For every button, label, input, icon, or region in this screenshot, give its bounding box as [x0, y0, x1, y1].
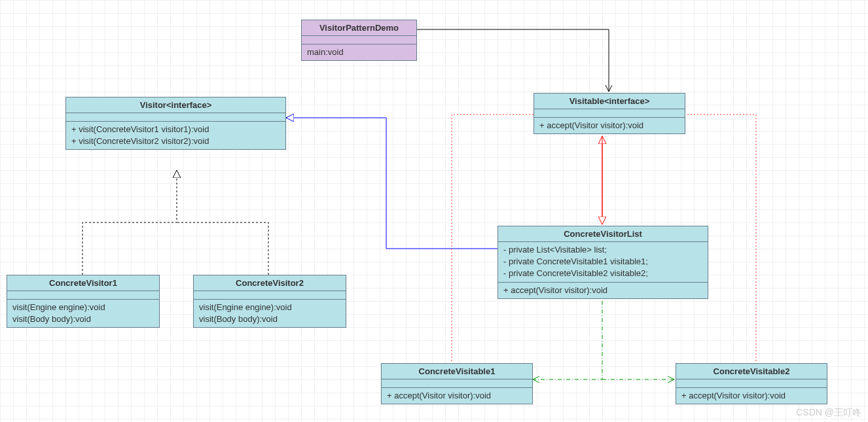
class-method: + accept(Visitor visitor):void [534, 118, 685, 133]
class-method: + accept(Visitor visitor):void [498, 283, 708, 298]
class-title: ConcreteVisitor2 [194, 275, 346, 291]
class-title: Visitor<interface> [66, 97, 285, 113]
class-visitor-pattern-demo: VisitorPatternDemo main:void [301, 20, 417, 61]
class-visitor: Visitor<interface> + visit(ConcreteVisit… [65, 97, 286, 150]
class-method: + visit(ConcreteVisitor1 visitor1):void [71, 124, 280, 135]
class-field: - private ConcreteVisitable2 visitable2; [503, 268, 702, 279]
class-title: VisitorPatternDemo [302, 20, 416, 36]
class-title: ConcreteVisitor1 [7, 275, 159, 291]
class-method: + visit(ConcreteVisitor2 visitor2):void [71, 135, 280, 147]
class-visitable: Visitable<interface> + accept(Visitor vi… [533, 93, 685, 134]
class-title: ConcreteVisitorList [498, 226, 708, 242]
class-title: ConcreteVisitable1 [382, 364, 532, 379]
class-title: Visitable<interface> [534, 94, 685, 109]
class-field: - private ConcreteVisitable1 visitable1; [503, 256, 702, 268]
class-method: main:void [302, 44, 416, 60]
class-concrete-visitable2: ConcreteVisitable2 + accept(Visitor visi… [676, 363, 827, 404]
class-title: ConcreteVisitable2 [676, 364, 827, 379]
watermark: CSDN @王叮咚 [796, 407, 861, 419]
class-method: visit(Body body):void [199, 313, 340, 325]
class-concrete-visitor-list: ConcreteVisitorList - private List<Visit… [497, 226, 708, 299]
class-concrete-visitable1: ConcreteVisitable1 + accept(Visitor visi… [381, 363, 533, 404]
class-method: visit(Engine engine):void [12, 302, 154, 313]
class-concrete-visitor1: ConcreteVisitor1 visit(Engine engine):vo… [7, 275, 160, 328]
class-concrete-visitor2: ConcreteVisitor2 visit(Engine engine):vo… [193, 275, 346, 328]
class-field: - private List<Visitable> list; [503, 244, 702, 256]
class-method: + accept(Visitor visitor):void [382, 388, 532, 404]
class-method: visit(Body body):void [12, 313, 154, 325]
class-method: visit(Engine engine):void [199, 302, 340, 313]
class-method: + accept(Visitor visitor):void [676, 388, 827, 404]
